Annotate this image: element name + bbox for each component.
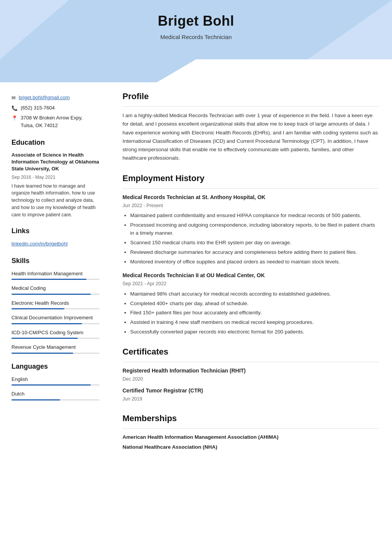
skill-bar-fill [11, 323, 82, 324]
skill-bar-fill [11, 294, 91, 295]
skill-bar-bg [11, 338, 100, 339]
lang-bar-bg [11, 399, 100, 400]
location-icon: 📍 [11, 114, 18, 122]
skill-bar-fill [11, 338, 78, 339]
skill-item: Health Information Management [11, 270, 100, 280]
address-text: 3708 W Broken Arrow Expy, Tulsa, OK 7401… [21, 114, 83, 129]
certificates-divider [122, 362, 379, 362]
skill-name: ICD-10-CM/PCS Coding System [11, 329, 100, 337]
languages-list: English Dutch [11, 376, 100, 400]
certs-list: Registered Health Information Technician… [122, 367, 379, 403]
job-title: Medical Records Technician at St. Anthon… [122, 193, 379, 201]
job-item: Medical Records Technician II at OU Medi… [122, 271, 379, 336]
job-bullet: Processed incoming and outgoing correspo… [130, 221, 379, 237]
memberships-list: American Health Information Management A… [122, 433, 379, 451]
memberships-divider [122, 428, 379, 429]
languages-section: Languages English Dutch [11, 361, 100, 400]
header-content: Briget Bohl Medical Records Technician [0, 11, 392, 42]
skill-bar-bg [11, 323, 100, 324]
job-bullet: Successfully converted paper records int… [130, 328, 379, 336]
skill-item: Clinical Documentation Improvement [11, 314, 100, 324]
skill-item: Revenue Cycle Management [11, 343, 100, 354]
phone-icon: 📞 [11, 105, 18, 112]
cert-title: Certified Tumor Registrar (CTR) [122, 387, 379, 395]
lang-bar-bg [11, 384, 100, 386]
job-bullet: Monitored inventory of office supplies a… [130, 258, 379, 266]
skill-bar-bg [11, 279, 100, 280]
links-title: Links [11, 226, 100, 236]
profile-title: Profile [122, 90, 379, 103]
links-section: Links linkedin.com/in/brigetbohl [11, 226, 100, 248]
job-bullet: Completed 400+ charts per day, ahead of … [130, 300, 379, 308]
edu-desc: I have learned how to manage and organiz… [11, 183, 100, 219]
job-bullet: Reviewed discharge summaries for accurac… [130, 248, 379, 257]
memberships-section: Memberships American Health Information … [122, 412, 379, 451]
job-bullet: Scanned 150 medical charts into the EHR … [130, 239, 379, 247]
skill-bar-fill [11, 353, 73, 354]
linkedin-link[interactable]: linkedin.com/in/brigetbohl [11, 241, 68, 247]
skill-name: Electronic Health Records [11, 299, 100, 307]
edu-degree: Associate of Science in Health Informati… [11, 152, 100, 173]
candidate-name: Briget Bohl [0, 11, 392, 31]
email-icon: ✉ [11, 94, 16, 102]
cert-title: Registered Health Information Technician… [122, 367, 379, 375]
skills-title: Skills [11, 256, 100, 266]
cert-date: Jun 2019 [122, 395, 379, 403]
employment-divider [122, 188, 379, 189]
skill-bar-bg [11, 294, 100, 295]
cert-item: Certified Tumor Registrar (CTR) Jun 2019 [122, 387, 379, 403]
skill-bar-bg [11, 353, 100, 354]
contact-email-item: ✉ briget.bohl@gmail.com [11, 94, 100, 102]
skills-list: Health Information Management Medical Co… [11, 270, 100, 354]
jobs-list: Medical Records Technician at St. Anthon… [122, 193, 379, 337]
cert-date: Dec 2020 [122, 376, 379, 383]
sidebar: ✉ briget.bohl@gmail.com 📞 (652) 315-7604… [0, 86, 109, 468]
education-section: Education Associate of Science in Health… [11, 137, 100, 218]
edu-date: Sep 2016 - May 2021 [11, 174, 100, 181]
skill-bar-bg [11, 308, 100, 309]
membership-item: American Health Information Management A… [122, 433, 379, 441]
skill-name: Clinical Documentation Improvement [11, 314, 100, 322]
job-title: Medical Records Technician II at OU Medi… [122, 271, 379, 279]
languages-title: Languages [11, 361, 100, 372]
contact-address-item: 📍 3708 W Broken Arrow Expy, Tulsa, OK 74… [11, 114, 100, 129]
lang-bar-fill [11, 399, 60, 400]
profile-text: I am a highly-skilled Medical Records Te… [122, 111, 379, 163]
main-container: ✉ briget.bohl@gmail.com 📞 (652) 315-7604… [0, 82, 392, 479]
phone-text: (652) 315-7604 [21, 104, 55, 112]
skill-bar-fill [11, 308, 64, 309]
profile-section: Profile I am a highly-skilled Medical Re… [122, 90, 379, 163]
job-bullet: Assisted in training 4 new staff members… [130, 319, 379, 327]
contact-section: ✉ briget.bohl@gmail.com 📞 (652) 315-7604… [11, 90, 100, 129]
candidate-title: Medical Records Technician [0, 33, 392, 42]
membership-item: National Healthcare Association (NHA) [122, 443, 379, 451]
employment-title: Employment History [122, 172, 379, 185]
cert-item: Registered Health Information Technician… [122, 367, 379, 383]
job-bullet: Filed 150+ patient files per hour accura… [130, 309, 379, 317]
job-item: Medical Records Technician at St. Anthon… [122, 193, 379, 266]
language-item: Dutch [11, 390, 100, 400]
header: Briget Bohl Medical Records Technician [0, 0, 392, 59]
job-date: Jun 2022 - Present [122, 202, 379, 209]
contact-phone-item: 📞 (652) 315-7604 [11, 104, 100, 112]
skills-section: Skills Health Information Management Med… [11, 256, 100, 354]
language-name: English [11, 376, 100, 383]
job-bullet: Maintained 98% chart accuracy for medica… [130, 290, 379, 298]
skill-name: Medical Coding [11, 284, 100, 292]
main-content: Profile I am a highly-skilled Medical Re… [109, 86, 392, 468]
job-bullets: Maintained patient confidentiality and e… [122, 212, 379, 266]
language-item: English [11, 376, 100, 386]
education-title: Education [11, 137, 100, 148]
email-link[interactable]: briget.bohl@gmail.com [19, 94, 70, 101]
job-bullet: Maintained patient confidentiality and e… [130, 212, 379, 220]
header-bottom-shape [0, 59, 392, 82]
certificates-section: Certificates Registered Health Informati… [122, 345, 379, 403]
skill-bar-fill [11, 279, 87, 280]
employment-section: Employment History Medical Records Techn… [122, 172, 379, 337]
skill-name: Revenue Cycle Management [11, 343, 100, 351]
language-name: Dutch [11, 390, 100, 398]
skill-name: Health Information Management [11, 270, 100, 278]
memberships-title: Memberships [122, 412, 379, 425]
skill-item: Electronic Health Records [11, 299, 100, 310]
skill-item: ICD-10-CM/PCS Coding System [11, 329, 100, 339]
